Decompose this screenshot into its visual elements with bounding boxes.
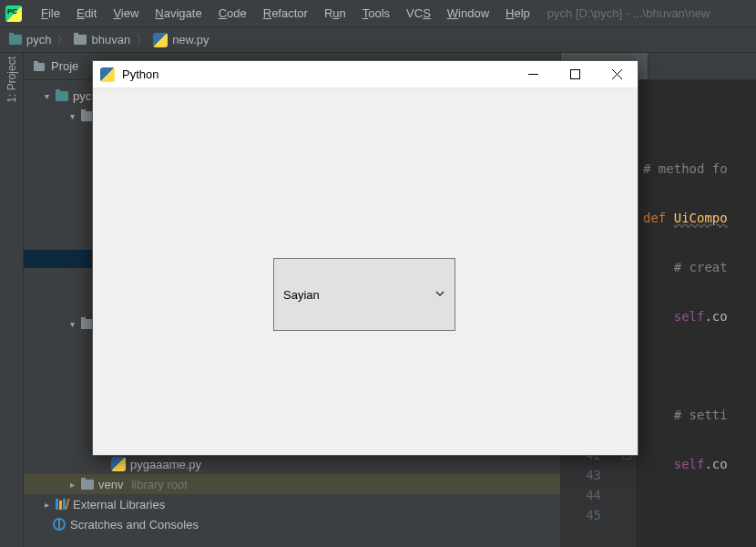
project-folder-icon (9, 35, 22, 45)
breadcrumb-separator: 〉 (56, 32, 68, 48)
line-number: 43 (561, 465, 601, 485)
minimize-icon (528, 69, 538, 79)
menu-run[interactable]: Run (318, 5, 352, 22)
svg-rect-3 (570, 70, 579, 79)
svg-rect-1 (34, 61, 38, 63)
line-number: 45 (561, 505, 601, 525)
tree-label: venv (98, 478, 123, 491)
close-icon (612, 69, 622, 79)
breadcrumb-project[interactable]: pych (9, 33, 51, 46)
breadcrumb-file[interactable]: new.py (153, 33, 209, 47)
python-file-icon (111, 457, 126, 471)
expand-arrow-icon[interactable]: ▸ (42, 500, 51, 510)
tree-label-note: library root (131, 478, 187, 491)
python-file-icon (153, 33, 168, 47)
menu-tools[interactable]: Tools (356, 5, 396, 22)
navigation-bar: pych 〉 bhuvan 〉 new.py (0, 27, 756, 53)
menu-vcs[interactable]: VCS (400, 5, 437, 22)
code-area[interactable]: # method fo def UiCompo # creat self.co … (636, 80, 756, 547)
line-number: 44 (561, 485, 601, 505)
folder-icon (74, 35, 87, 45)
project-header-icon (33, 60, 46, 73)
tree-label: pyc (73, 89, 91, 103)
breadcrumb-separator: 〉 (136, 32, 148, 48)
breadcrumb-label: bhuvan (91, 33, 130, 46)
code-text: # creat (674, 260, 728, 274)
menu-bar: PC File Edit View Navigate Code Refactor… (0, 0, 756, 27)
python-logo-icon (100, 67, 115, 82)
python-window-titlebar[interactable]: Python (93, 61, 638, 88)
menu-view[interactable]: View (107, 5, 145, 22)
menu-file[interactable]: File (35, 5, 66, 22)
maximize-button[interactable] (554, 61, 596, 88)
breadcrumb-label: pych (26, 33, 51, 46)
python-app-window: Python Sayian (92, 60, 639, 456)
tree-label: pygaaame.py (130, 458, 201, 471)
menu-navigate[interactable]: Navigate (148, 5, 208, 22)
folder-icon (81, 480, 94, 490)
project-panel-title: Proje (51, 59, 78, 73)
minimize-button[interactable] (512, 61, 554, 88)
breadcrumb-label: new.py (172, 33, 209, 46)
maximize-icon (570, 69, 580, 79)
breadcrumb-folder[interactable]: bhuvan (74, 33, 130, 46)
code-text: # method fo (643, 161, 728, 176)
chevron-down-icon (434, 288, 445, 302)
pycharm-logo-icon: PC (5, 5, 22, 22)
combo-box-value: Sayian (283, 288, 320, 302)
scratches-icon (53, 518, 66, 531)
menu-refactor[interactable]: Refactor (257, 5, 314, 22)
menu-help[interactable]: Help (499, 5, 536, 22)
expand-arrow-icon[interactable]: ▸ (67, 480, 77, 490)
svg-rect-0 (34, 63, 45, 71)
expand-arrow-icon[interactable]: ▾ (67, 319, 77, 329)
window-title-path: pych [D:\pych] - ...\bhuvan\new (547, 6, 710, 20)
tree-external-libraries[interactable]: ▸ External Libraries (24, 494, 560, 514)
combo-box[interactable]: Sayian (273, 258, 455, 331)
menu-window[interactable]: Window (441, 5, 495, 22)
tree-python-file[interactable]: pygaaame.py (24, 454, 560, 474)
left-tool-strip: 1: Project (0, 53, 24, 547)
menu-edit[interactable]: Edit (70, 5, 103, 22)
python-window-body: Sayian (93, 88, 638, 455)
close-button[interactable] (596, 61, 638, 88)
menu-code[interactable]: Code (212, 5, 253, 22)
external-libraries-icon (56, 499, 68, 510)
project-folder-icon (56, 91, 68, 101)
tree-label: Scratches and Consoles (70, 518, 199, 532)
expand-arrow-icon[interactable]: ▾ (42, 91, 51, 101)
tree-label: External Libraries (73, 498, 165, 511)
tree-venv-folder[interactable]: ▸ venv library root (24, 474, 560, 494)
project-tool-button[interactable]: 1: Project (5, 55, 18, 105)
expand-arrow-icon[interactable]: ▾ (67, 111, 77, 121)
python-window-title: Python (122, 67, 158, 81)
tree-scratches[interactable]: Scratches and Consoles (24, 514, 560, 534)
